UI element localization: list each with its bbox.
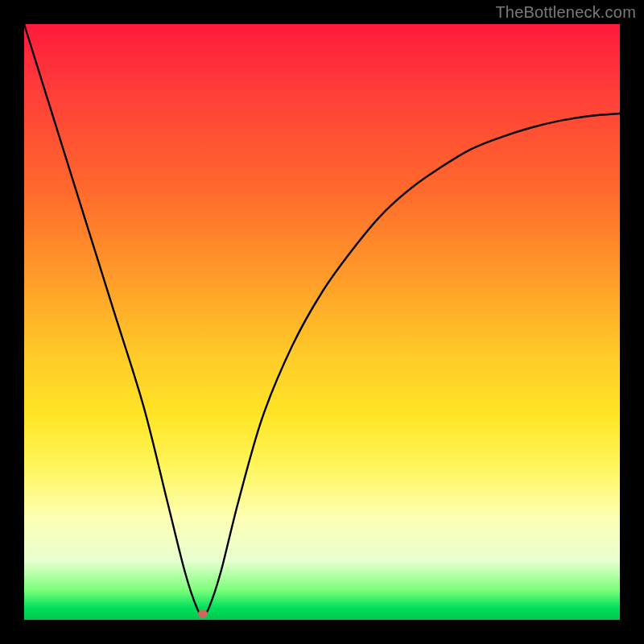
watermark-text: TheBottleneck.com — [495, 3, 636, 22]
bottleneck-curve — [24, 24, 620, 614]
curve-svg — [24, 24, 620, 620]
chart-frame: TheBottleneck.com — [0, 0, 644, 644]
minimum-marker — [198, 610, 208, 618]
plot-area — [24, 24, 620, 620]
